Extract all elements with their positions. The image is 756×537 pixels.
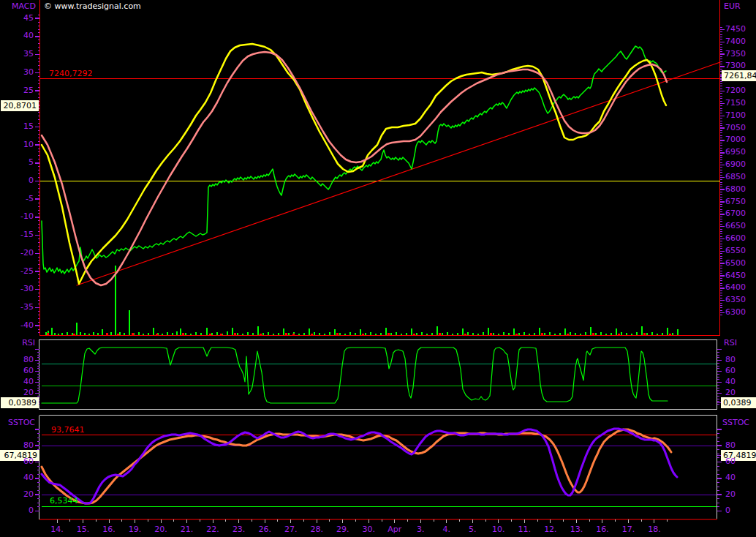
eur-axis-tick-label: 6700	[725, 209, 746, 218]
eur-axis-tick-label: 7050	[725, 123, 746, 132]
eur-axis-tick-label: 6500	[725, 258, 746, 268]
date-tick-label: 10.	[485, 525, 512, 534]
date-tick-label: 4.	[434, 525, 460, 534]
date-tick-label: 20.	[148, 525, 174, 534]
sstoc-axis-tick-label-left: 60	[0, 457, 34, 466]
date-tick-label: 13.	[563, 525, 589, 534]
eur-axis-tick-label: 7150	[725, 98, 746, 108]
rsi-axis-tick-label-right: 80	[725, 355, 736, 364]
eur-axis-tick-label: 7000	[725, 135, 746, 144]
sstoc-axis-tick-label-left: 20	[0, 489, 34, 499]
macd-axis-tick-label: -5	[0, 194, 34, 203]
sstoc-axis-tick-label-right: 40	[725, 473, 736, 482]
date-tick-label: 22.	[200, 525, 226, 534]
eur-axis-tick-label: 7450	[725, 24, 746, 34]
date-tick-label: 28.	[303, 525, 330, 534]
chart-canvas[interactable]	[0, 0, 756, 537]
eur-axis-tick-label: 6650	[725, 221, 746, 230]
date-tick-label: Apr	[382, 525, 408, 534]
date-tick-label: 3.	[407, 525, 434, 534]
rsi-panel-title-left: RSI	[0, 338, 35, 348]
sstoc-axis-tick-label-left: 40	[0, 473, 34, 482]
date-tick-label: 27.	[278, 525, 304, 534]
macd-axis-tick-label: -40	[0, 320, 34, 330]
rsi-axis-tick-label-left: 20	[0, 388, 34, 397]
macd-current-value-badge: 20,8701	[1, 100, 39, 111]
sstoc-axis-tick-label-right: 80	[725, 440, 736, 450]
rsi-panel-title-right: RSI	[724, 338, 737, 348]
sstoc-panel-title-right: SSTOC	[722, 418, 749, 427]
macd-panel-title: MACD	[12, 1, 36, 11]
rsi-axis-tick-label-left: 80	[0, 355, 34, 364]
macd-axis-tick-label: 30	[0, 67, 34, 77]
date-tick-label: 12.	[537, 525, 564, 534]
rsi-axis-tick-label-right: 40	[725, 377, 736, 386]
date-tick-label: 14.	[44, 525, 70, 534]
date-tick-label: 16.	[589, 525, 616, 534]
resistance-level-label: 7240,7292	[49, 69, 93, 78]
date-tick-label: 21.	[174, 525, 200, 534]
date-tick-label: 29.	[330, 525, 356, 534]
macd-axis-tick-label: 40	[0, 31, 34, 40]
eur-axis-tick-label: 6550	[725, 246, 746, 255]
eur-axis-tick-label: 7400	[725, 37, 746, 46]
date-tick-label: 17.	[615, 525, 641, 534]
date-tick-label: 19.	[122, 525, 148, 534]
date-tick-label: 18.	[641, 525, 668, 534]
rsi-axis-tick-label-right: 20	[725, 388, 736, 397]
macd-axis-tick-label: -25	[0, 266, 34, 276]
macd-axis-tick-label: 0	[0, 176, 34, 185]
sstoc-axis-tick-label-left: 80	[0, 440, 34, 450]
sstoc-lower-level-label: 6,5344	[50, 496, 78, 506]
eur-axis-tick-label: 7100	[725, 110, 746, 120]
eur-axis-tick-label: 6850	[725, 172, 746, 181]
eur-axis-tick-label: 6800	[725, 184, 746, 194]
macd-axis-tick-label: 45	[0, 13, 34, 23]
sstoc-axis-tick-label-right: 0	[725, 506, 730, 515]
sstoc-axis-tick-label-right: 20	[725, 489, 736, 499]
rsi-current-value-badge-right: 0,0389	[721, 397, 756, 408]
eur-axis-tick-label: 7300	[725, 61, 746, 70]
date-tick-label: 26.	[252, 525, 278, 534]
date-tick-label: 30.	[355, 525, 382, 534]
copyright-text: © www.tradesignal.com	[44, 1, 141, 11]
eur-axis-tick-label: 6750	[725, 197, 746, 206]
sstoc-axis-tick-label-left: 0	[0, 506, 34, 515]
rsi-axis-tick-label-right: 60	[725, 366, 736, 375]
date-tick-label: 11.	[511, 525, 537, 534]
rsi-current-value-badge-left: 0,0389	[1, 397, 39, 408]
sstoc-axis-tick-label-right: 60	[725, 457, 736, 466]
tradesignal-chart-window: MACD © www.tradesignal.com EUR 7240,7292…	[0, 0, 756, 537]
sstoc-upper-level-label: 93,7641	[51, 425, 85, 435]
macd-axis-tick-label: 15	[0, 121, 34, 131]
date-tick-label: 5.	[459, 525, 485, 534]
rsi-axis-tick-label-left: 60	[0, 366, 34, 375]
macd-axis-tick-label: -20	[0, 248, 34, 258]
rsi-axis-tick-label-left: 40	[0, 377, 34, 386]
eur-axis-tick-label: 7200	[725, 86, 746, 95]
price-current-value-badge: 7261,84	[722, 70, 756, 81]
eur-axis-tick-label: 6450	[725, 271, 746, 280]
eur-axis-tick-label: 6950	[725, 147, 746, 157]
date-tick-label: 15.	[70, 525, 97, 534]
eur-axis-tick-label: 7350	[725, 49, 746, 59]
sstoc-panel-title-left: SSTOC	[0, 418, 35, 427]
eur-axis-tick-label: 6900	[725, 159, 746, 169]
macd-axis-tick-label: -10	[0, 211, 34, 221]
macd-axis-tick-label: 25	[0, 86, 34, 95]
date-tick-label: 16.	[96, 525, 122, 534]
eur-axis-tick-label: 6600	[725, 233, 746, 243]
macd-axis-tick-label: -35	[0, 302, 34, 312]
date-tick-label: 23.	[226, 525, 252, 534]
macd-axis-tick-label: 5	[0, 157, 34, 167]
macd-axis-tick-label: 10	[0, 140, 34, 149]
eur-axis-title: EUR	[724, 1, 741, 11]
macd-axis-tick-label: 35	[0, 49, 34, 59]
eur-axis-tick-label: 6300	[725, 307, 746, 317]
eur-axis-tick-label: 6400	[725, 282, 746, 292]
eur-axis-tick-label: 6350	[725, 295, 746, 304]
macd-axis-tick-label: -30	[0, 284, 34, 293]
macd-axis-tick-label: -15	[0, 230, 34, 239]
